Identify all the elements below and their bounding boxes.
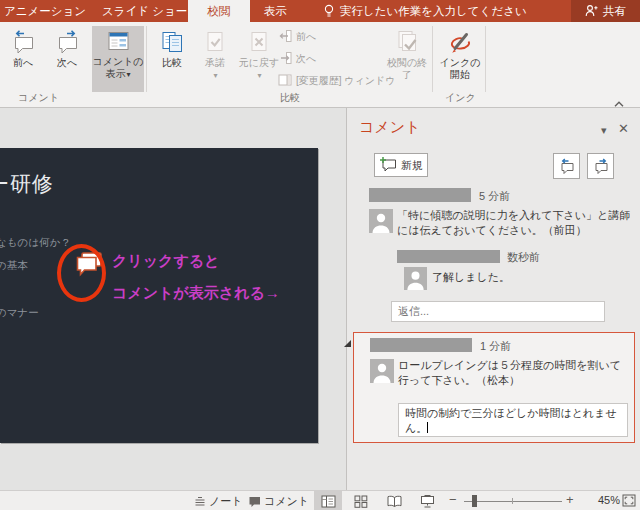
ribbon-review: 前へ 次へ コメントの表示 比較 承諾 元に戻す <box>0 22 640 108</box>
powerpoint-window: { "titlebar": { "tab_animation": "アニメーショ… <box>0 0 640 510</box>
zoom-slider-track[interactable] <box>464 501 562 502</box>
share-person-icon <box>585 4 598 19</box>
next-comment-icon <box>54 27 81 57</box>
comment-text[interactable]: ロールプレイングは５分程度の時間を割いて行って下さい。（松本） <box>398 358 626 387</box>
comment-timestamp: 1 分前 <box>480 339 511 354</box>
slide-text-fragment: なものは何か？ <box>0 236 71 250</box>
revert-button[interactable]: 元に戻す <box>237 27 281 89</box>
reply-input[interactable]: 返信... <box>391 301 605 322</box>
tab-view[interactable]: 表示 <box>264 0 287 22</box>
lightbulb-icon <box>323 4 335 22</box>
end-review-label: 校閲の終了 <box>384 57 430 81</box>
reading-view-button[interactable] <box>380 491 408 510</box>
start-ink-button[interactable]: インクの開始 <box>437 27 483 89</box>
comments-pane-title: コメント <box>359 118 420 137</box>
compare-icon <box>159 27 186 57</box>
group-divider <box>432 26 433 92</box>
ribbon-tab-bar: アニメーション スライド ショー 校閲 表示 実行したい作業を入力してください … <box>0 0 640 22</box>
zoom-level[interactable]: 45% <box>584 494 620 506</box>
slide-canvas: ー研修 なものは何か？ の基本 のマナー クリックすると コメントが表示される→ <box>0 148 318 443</box>
tell-me-box[interactable]: 実行したい作業を入力してください <box>340 0 527 22</box>
next-change-label: 次へ <box>296 52 316 66</box>
reply-draft-text: 時間の制約で三分ほどしか時間はとれません。 <box>405 407 617 434</box>
comments-pane: コメント ▾ ✕ 新規 5 分前 「特に傾聴の説明に力を入れて下さい」と講師には… <box>346 108 640 490</box>
avatar <box>369 209 393 237</box>
start-ink-label: インクの開始 <box>437 57 483 81</box>
reply-placeholder: 返信... <box>398 305 429 317</box>
ink-pen-icon <box>447 27 474 57</box>
compare-label: 比較 <box>162 57 182 69</box>
previous-change-button[interactable]: 前へ <box>278 28 316 46</box>
selected-comment-thread[interactable]: 1 分前 ロールプレイングは５分程度の時間を割いて行って下さい。（松本） 時間の… <box>353 332 635 443</box>
next-comment-button[interactable]: 次へ <box>46 27 88 89</box>
group-divider <box>146 26 147 92</box>
avatar <box>404 267 427 294</box>
reply-text[interactable]: 了解しました。 <box>432 270 612 285</box>
avatar <box>370 359 394 387</box>
pane-menu-caret-icon[interactable]: ▾ <box>601 124 607 137</box>
share-label: 共有 <box>603 4 626 19</box>
next-change-icon <box>278 51 292 67</box>
group-label-comments: コメント <box>18 91 59 105</box>
show-comments-button[interactable]: コメントの表示 <box>92 26 144 92</box>
fit-to-window-icon[interactable] <box>622 494 636 509</box>
group-label-ink: インク <box>445 91 476 105</box>
comments-icon <box>248 496 261 510</box>
next-change-button[interactable]: 次へ <box>278 50 316 68</box>
comment-timestamp: 5 分前 <box>479 189 510 204</box>
group-label-compare: 比較 <box>270 91 310 105</box>
end-review-icon <box>394 27 421 57</box>
annotation-line-1: クリックすると <box>112 252 219 271</box>
tab-review-active[interactable]: 校閲 <box>188 0 250 22</box>
accept-button[interactable]: 承諾 <box>195 27 235 89</box>
accept-icon <box>202 27 228 57</box>
revert-icon <box>246 27 272 57</box>
revisions-pane-button[interactable]: [変更履歴] ウィンドウ <box>278 72 396 90</box>
redacted-author-name <box>369 188 471 202</box>
highlight-circle <box>57 244 106 302</box>
next-comment-label: 次へ <box>57 57 77 69</box>
share-button[interactable]: 共有 <box>571 0 640 22</box>
previous-comment-label: 前へ <box>13 57 33 69</box>
new-comment-label: 新規 <box>401 158 423 173</box>
next-comment-pane-button[interactable] <box>587 153 614 179</box>
accept-label: 承諾 <box>205 57 225 69</box>
notes-icon <box>194 496 206 509</box>
text-cursor <box>427 422 428 433</box>
redacted-author-name <box>397 250 500 263</box>
accept-dropdown-caret <box>212 69 217 82</box>
redacted-author-name <box>370 338 472 352</box>
slideshow-view-button[interactable] <box>413 491 441 510</box>
pane-close-icon[interactable]: ✕ <box>618 121 629 136</box>
slide-sorter-view-button[interactable] <box>347 491 375 510</box>
revisions-window-icon <box>278 73 292 89</box>
show-comments-label: コメントの表示 <box>92 56 144 81</box>
slide-text-fragment: の基本 <box>0 259 28 273</box>
normal-view-button[interactable] <box>314 491 342 510</box>
previous-change-label: 前へ <box>296 30 316 44</box>
reply-timestamp: 数秒前 <box>507 250 540 265</box>
tab-animation[interactable]: アニメーション <box>4 0 86 22</box>
notes-toggle[interactable]: ノート <box>209 494 243 509</box>
end-review-button[interactable]: 校閲の終了 <box>384 27 430 89</box>
group-divider <box>485 26 486 92</box>
new-comment-button[interactable]: 新規 <box>374 153 428 177</box>
comment-text[interactable]: 「特に傾聴の説明に力を入れて下さい」と講師には伝えておいてください。（前田） <box>397 208 637 237</box>
new-comment-icon <box>379 156 397 174</box>
comments-toggle[interactable]: コメント <box>264 494 309 509</box>
previous-comment-icon <box>10 27 37 57</box>
show-comments-icon <box>105 26 132 56</box>
slide-text-fragment: のマナー <box>0 306 39 320</box>
compare-button[interactable]: 比較 <box>151 27 193 89</box>
zoom-in-button[interactable]: + <box>566 492 574 507</box>
thread-collapse-icon[interactable] <box>344 340 351 347</box>
annotation-line-2: コメントが表示される→ <box>112 284 280 303</box>
active-reply-input[interactable]: 時間の制約で三分ほどしか時間はとれません。 <box>398 403 628 437</box>
revert-label: 元に戻す <box>239 57 279 69</box>
previous-comment-button[interactable]: 前へ <box>2 27 44 89</box>
tab-slideshow[interactable]: スライド ショー <box>102 0 187 22</box>
slide-title-fragment: ー研修 <box>0 170 54 198</box>
zoom-slider-handle[interactable] <box>472 495 477 507</box>
previous-comment-pane-button[interactable] <box>553 153 580 179</box>
zoom-out-button[interactable]: − <box>449 492 457 507</box>
